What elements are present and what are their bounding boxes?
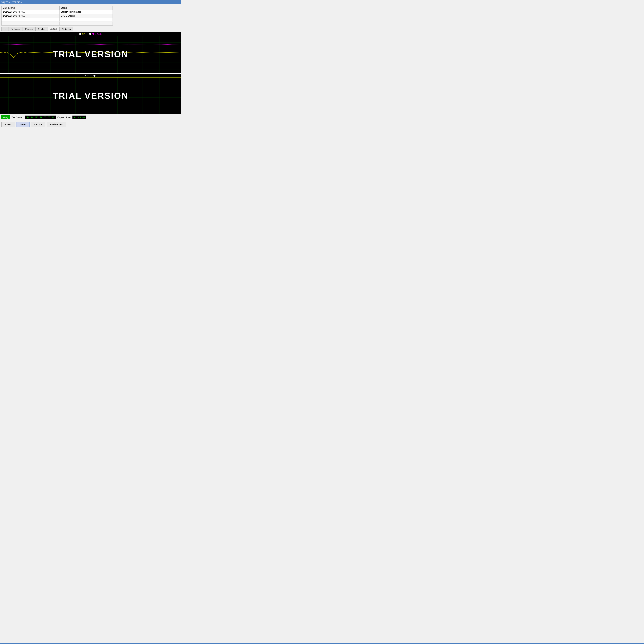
log-table: Date & Time Status 1/11/2023 10:37:57 AM… [2, 6, 113, 25]
graph1-canvas: TRIAL VERSION [0, 36, 181, 73]
title-text: 54 [ TRIAL VERSION ] [1, 1, 23, 4]
graphs-container: ✓ CPU ✓ GPU Diode [0, 32, 181, 114]
legend-cpu[interactable]: ✓ CPU [79, 33, 86, 35]
tab-statistics[interactable]: Statistics [59, 27, 73, 31]
tab-clocks[interactable]: Clocks [35, 27, 47, 31]
clear-button[interactable]: Clear [1, 122, 15, 127]
svg-rect-0 [0, 36, 181, 73]
graph-legend: ✓ CPU ✓ GPU Diode [0, 32, 181, 36]
graph-divider [0, 73, 181, 74]
col-datetime: Date & Time [2, 6, 59, 10]
graph2-title: CPU Usage [0, 74, 181, 77]
row2-status: GPU1: Started [59, 14, 113, 18]
row2-datetime: 1/11/2023 10:37:57 AM [2, 14, 59, 18]
test-started-value: 1/11/2023 10:37:57 AM [25, 116, 56, 119]
main-content: Date & Time Status 1/11/2023 10:37:57 AM… [0, 4, 181, 32]
tab-voltages[interactable]: Voltages [9, 27, 22, 31]
tab-ns[interactable]: ns [1, 27, 9, 31]
battery-tab[interactable]: attery [1, 115, 10, 119]
col-status: Status [59, 6, 113, 10]
row1-datetime: 1/11/2023 10:37:57 AM [2, 10, 59, 14]
elapsed-value: 01:45:48 [72, 116, 86, 119]
cpuid-button[interactable]: CPUID [31, 122, 45, 127]
cpu-checkbox[interactable]: ✓ [79, 33, 81, 35]
test-started-label: Test Started: [12, 116, 24, 119]
preferences-button[interactable]: Preferences [47, 122, 66, 127]
tab-powers[interactable]: Powers [23, 27, 35, 31]
tab-unified[interactable]: Unified [47, 27, 59, 31]
cpu-label: CPU [82, 33, 86, 35]
save-button[interactable]: Save [16, 122, 30, 127]
table-row [2, 22, 113, 25]
temperature-graph: ✓ CPU ✓ GPU Diode [0, 32, 181, 73]
graph2-canvas: TRIAL VERSION [0, 77, 181, 114]
title-bar: 54 [ TRIAL VERSION ] [0, 0, 181, 4]
buttons-row: Clear Save CPUID Preferences [0, 120, 181, 128]
gpu-checkbox[interactable]: ✓ [89, 33, 91, 35]
cpu-usage-graph: CPU Usage TRIAL VERSION [0, 74, 181, 114]
gpu-label: GPU Diode [92, 33, 102, 35]
legend-gpu[interactable]: ✓ GPU Diode [89, 33, 102, 35]
status-bar: attery Test Started: 1/11/2023 10:37:57 … [0, 114, 181, 120]
row1-status: Stability Test: Started [59, 10, 113, 14]
svg-rect-1 [0, 77, 181, 114]
elapsed-label: Elapsed Time: [57, 116, 71, 119]
graph2-grid [0, 77, 181, 114]
log-table-container: Date & Time Status 1/11/2023 10:37:57 AM… [1, 6, 113, 25]
tabs-bar: ns Voltages Powers Clocks Unified Statis… [1, 27, 180, 31]
table-row: 1/11/2023 10:37:57 AM GPU1: Started [2, 14, 113, 18]
table-row: 1/11/2023 10:37:57 AM Stability Test: St… [2, 10, 113, 14]
graph1-grid [0, 36, 181, 73]
table-row [2, 18, 113, 22]
